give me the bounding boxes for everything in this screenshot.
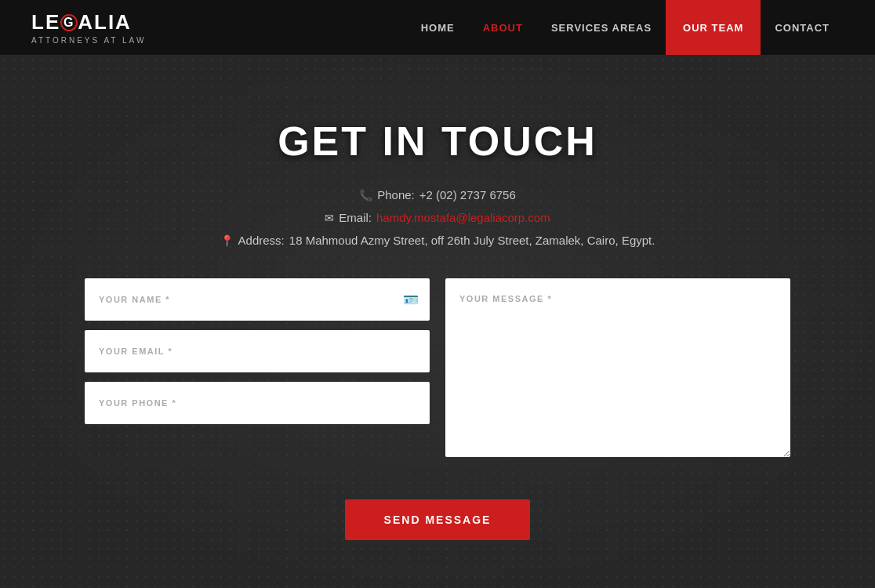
nav-item-services[interactable]: SERVICES AREAS: [537, 0, 666, 55]
logo-g-icon: G: [60, 14, 78, 31]
phone-input[interactable]: [85, 382, 430, 424]
nav-link-about[interactable]: ABOUT: [469, 0, 537, 55]
nav-item-our-team[interactable]: OUR TEAM: [666, 0, 761, 55]
phone-icon: 📞: [359, 189, 372, 201]
email-line: ✉ Email: hamdy.mostafa@legaliacorp.com: [325, 211, 550, 224]
nav-item-home[interactable]: HOME: [407, 0, 469, 55]
nav-item-contact[interactable]: CONTACT: [761, 0, 844, 55]
address-label: Address:: [238, 234, 285, 247]
email-input[interactable]: [85, 330, 430, 372]
nav-link-home[interactable]: HOME: [407, 0, 469, 55]
name-field-wrapper: 🪪: [85, 278, 430, 321]
hero-content: GET IN TOUCH 📞 Phone: +2 (02) 2737 6756 …: [0, 55, 875, 540]
phone-line: 📞 Phone: +2 (02) 2737 6756: [359, 188, 516, 201]
email-label: Email:: [339, 211, 372, 224]
submit-row: SEND MESSAGE: [0, 499, 875, 540]
phone-label: Phone:: [377, 188, 415, 201]
nav-link-services[interactable]: SERVICES AREAS: [537, 0, 666, 55]
address-line: 📍 Address: 18 Mahmoud Azmy Street, off 2…: [220, 234, 655, 247]
email-link[interactable]: hamdy.mostafa@legaliacorp.com: [376, 211, 550, 224]
logo: LEGALIA ATTORNEYS AT LAW: [31, 10, 146, 45]
contact-info: 📞 Phone: +2 (02) 2737 6756 ✉ Email: hamd…: [0, 188, 875, 247]
logo-title: LEGALIA: [31, 10, 146, 34]
name-input[interactable]: [85, 278, 430, 321]
id-card-icon: 🪪: [403, 292, 419, 307]
form-right-column: [445, 278, 790, 460]
nav-item-about[interactable]: ABOUT: [469, 0, 537, 55]
hero-section: GET IN TOUCH 📞 Phone: +2 (02) 2737 6756 …: [0, 55, 875, 588]
nav-link-contact[interactable]: CONTACT: [761, 0, 844, 55]
email-icon: ✉: [325, 212, 334, 224]
hero-title: GET IN TOUCH: [0, 118, 875, 165]
send-message-button[interactable]: SEND MESSAGE: [345, 499, 531, 540]
address-value: 18 Mahmoud Azmy Street, off 26th July St…: [289, 234, 655, 247]
map-pin-icon: 📍: [220, 234, 234, 247]
message-textarea[interactable]: [445, 278, 790, 457]
contact-form: 🪪: [85, 278, 790, 492]
nav-link-our-team[interactable]: OUR TEAM: [666, 0, 761, 55]
nav-links: HOME ABOUT SERVICES AREAS OUR TEAM CONTA…: [407, 0, 844, 55]
form-left-column: 🪪: [85, 278, 430, 460]
logo-subtitle: ATTORNEYS AT LAW: [31, 36, 146, 45]
navbar: LEGALIA ATTORNEYS AT LAW HOME ABOUT SERV…: [0, 0, 875, 55]
phone-value: +2 (02) 2737 6756: [419, 188, 516, 201]
